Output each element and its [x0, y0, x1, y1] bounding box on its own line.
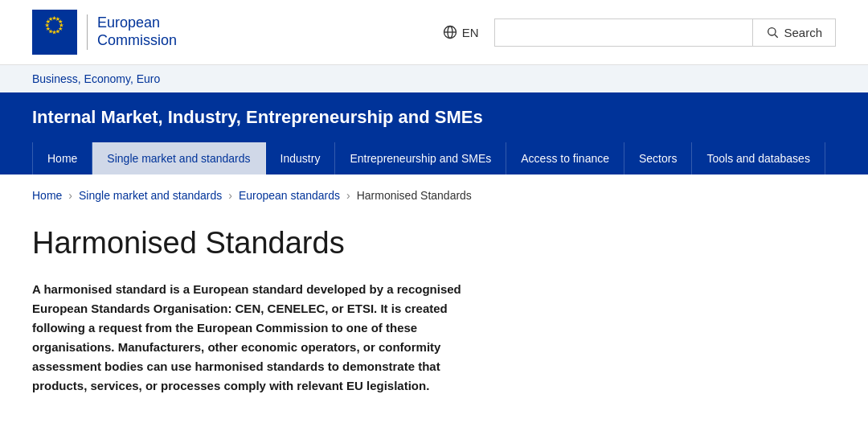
nav-item-tools[interactable]: Tools and databases	[692, 142, 825, 174]
breadcrumb-current: Harmonised Standards	[357, 189, 472, 202]
top-breadcrumb-link[interactable]: Business, Economy, Euro	[32, 72, 160, 85]
svg-point-16	[768, 28, 776, 35]
commission-name: European Commission	[87, 14, 177, 49]
breadcrumb-sep-1: ›	[68, 189, 72, 202]
nav-item-entrepreneurship[interactable]: Entrepreneurship and SMEs	[335, 142, 506, 174]
main-nav: Home Single market and standards Industr…	[0, 142, 868, 174]
page-title: Harmonised Standards	[32, 226, 836, 261]
breadcrumb-home[interactable]: Home	[32, 189, 62, 202]
site-title-bar: Internal Market, Industry, Entrepreneurs…	[0, 92, 868, 142]
breadcrumb-european-standards[interactable]: European standards	[239, 189, 340, 202]
logo-area: European Commission	[32, 10, 177, 55]
top-breadcrumb-bar: Business, Economy, Euro	[0, 65, 868, 92]
nav-item-sectors[interactable]: Sectors	[624, 142, 692, 174]
eu-flag-icon	[32, 10, 77, 55]
search-button[interactable]: Search	[752, 19, 835, 46]
nav-item-home[interactable]: Home	[32, 142, 92, 174]
svg-line-17	[775, 35, 778, 38]
site-title: Internal Market, Industry, Entrepreneurs…	[32, 107, 836, 128]
globe-icon	[443, 25, 457, 39]
nav-item-industry[interactable]: Industry	[266, 142, 336, 174]
nav-item-access-finance[interactable]: Access to finance	[506, 142, 624, 174]
breadcrumb-sep-3: ›	[346, 189, 350, 202]
language-selector[interactable]: EN	[443, 25, 479, 39]
intro-paragraph: A harmonised standard is a European stan…	[32, 280, 498, 396]
search-box: Search	[494, 18, 836, 47]
page-breadcrumb: Home › Single market and standards › Eur…	[0, 174, 868, 210]
header-right: EN Search	[443, 18, 836, 47]
breadcrumb-sep-2: ›	[228, 189, 232, 202]
search-icon	[766, 26, 779, 39]
breadcrumb-single-market[interactable]: Single market and standards	[79, 189, 222, 202]
main-content: Harmonised Standards A harmonised standa…	[0, 210, 868, 427]
site-header: European Commission EN Search	[0, 0, 868, 65]
nav-item-single-market[interactable]: Single market and standards	[92, 142, 265, 174]
search-input[interactable]	[495, 19, 752, 46]
